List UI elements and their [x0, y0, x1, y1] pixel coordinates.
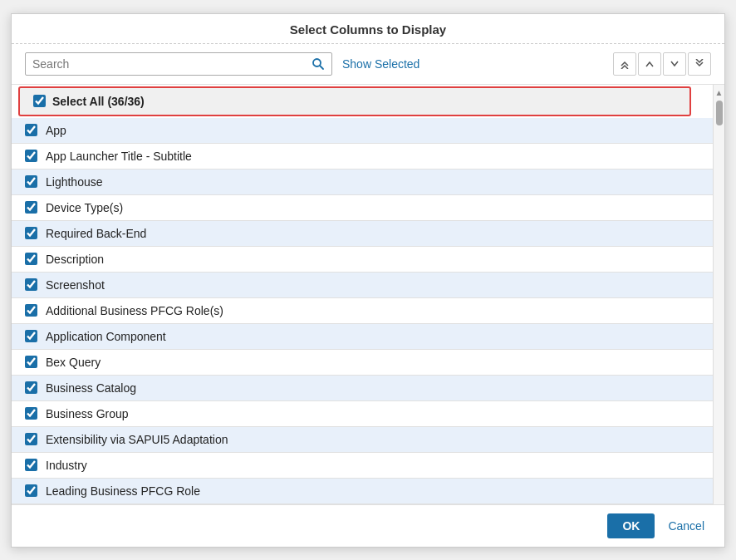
column-label[interactable]: Bex Query: [46, 356, 101, 369]
column-checkbox[interactable]: [25, 124, 37, 136]
list-item: Additional Business PFCG Role(s): [12, 298, 724, 324]
list-item: Industry: [12, 453, 724, 479]
column-label[interactable]: Extensibility via SAPUI5 Adaptation: [46, 433, 228, 446]
list-item: Business Catalog: [12, 376, 724, 401]
scroll-up-arrow: ▲: [715, 88, 724, 97]
cancel-button[interactable]: Cancel: [661, 513, 711, 538]
search-wrapper: [25, 52, 332, 76]
nav-up-button[interactable]: [638, 52, 661, 76]
column-checkbox[interactable]: [25, 356, 37, 368]
svg-line-1: [320, 66, 323, 69]
column-checkbox[interactable]: [25, 433, 37, 445]
scrollbar-thumb: [716, 101, 723, 125]
column-label[interactable]: Required Back-End: [46, 227, 146, 240]
column-checkbox[interactable]: [25, 407, 37, 420]
column-label[interactable]: Lighthouse: [46, 175, 103, 189]
show-selected-button[interactable]: Show Selected: [339, 54, 423, 74]
ok-button[interactable]: OK: [607, 513, 655, 538]
select-all-label[interactable]: Select All (36/36): [52, 95, 145, 108]
column-checkbox[interactable]: [25, 381, 37, 394]
double-up-icon: [620, 59, 630, 69]
column-label[interactable]: Business Catalog: [46, 381, 136, 395]
column-checkbox[interactable]: [25, 278, 37, 291]
nav-first-button[interactable]: [613, 52, 636, 76]
list-item: Lighthouse: [12, 169, 724, 195]
list-item: App Launcher Title - Subtitle: [12, 144, 724, 169]
list-container: Select All (36/36) AppApp Launcher Title…: [12, 85, 724, 504]
dialog-title: Select Columns to Display: [12, 14, 724, 44]
toolbar: Show Selected: [12, 44, 724, 85]
column-label[interactable]: Application Component: [46, 330, 166, 343]
column-label[interactable]: Additional Business PFCG Role(s): [46, 304, 223, 317]
column-label[interactable]: Business Group: [46, 407, 129, 420]
nav-buttons: [613, 52, 711, 76]
search-button[interactable]: [305, 54, 331, 74]
column-checkbox[interactable]: [25, 304, 37, 317]
column-label[interactable]: Device Type(s): [46, 201, 123, 214]
column-label[interactable]: App Launcher Title - Subtitle: [46, 150, 192, 163]
column-checkbox[interactable]: [25, 227, 37, 239]
list-item: Screenshot: [12, 273, 724, 298]
list-item: Bex Query: [12, 350, 724, 376]
column-checkbox[interactable]: [25, 175, 37, 188]
up-icon: [645, 59, 655, 69]
list-item: Description: [12, 247, 724, 273]
nav-down-button[interactable]: [663, 52, 686, 76]
nav-last-button[interactable]: [688, 52, 711, 76]
list-item: Extensibility via SAPUI5 Adaptation: [12, 427, 724, 453]
column-checkbox[interactable]: [25, 201, 37, 214]
list-item: Device Type(s): [12, 195, 724, 221]
column-checkbox[interactable]: [25, 484, 37, 497]
column-label[interactable]: Description: [46, 253, 104, 266]
column-checkbox[interactable]: [25, 253, 37, 265]
dialog-footer: OK Cancel: [12, 504, 724, 547]
search-input[interactable]: [26, 53, 305, 75]
column-checkbox[interactable]: [25, 150, 37, 162]
scrollbar: ▲: [713, 85, 724, 504]
select-columns-dialog: Select Columns to Display Show Selected: [11, 13, 725, 548]
list-item: App: [12, 118, 724, 144]
double-down-icon: [694, 59, 704, 69]
list-item: Leading Business PFCG Role: [12, 479, 724, 504]
column-checkbox[interactable]: [25, 330, 37, 342]
select-all-row: Select All (36/36): [18, 86, 691, 116]
column-label[interactable]: Screenshot: [46, 278, 105, 292]
column-label[interactable]: Leading Business PFCG Role: [46, 484, 200, 498]
select-all-checkbox[interactable]: [33, 95, 46, 107]
column-list: AppApp Launcher Title - SubtitleLighthou…: [12, 118, 724, 504]
list-item: Application Component: [12, 324, 724, 350]
search-icon: [312, 57, 325, 71]
column-label[interactable]: App: [46, 124, 66, 137]
down-icon: [670, 59, 680, 69]
list-item: Business Group: [12, 401, 724, 427]
column-checkbox[interactable]: [25, 459, 37, 471]
column-label[interactable]: Industry: [46, 459, 87, 472]
list-item: Required Back-End: [12, 221, 724, 247]
